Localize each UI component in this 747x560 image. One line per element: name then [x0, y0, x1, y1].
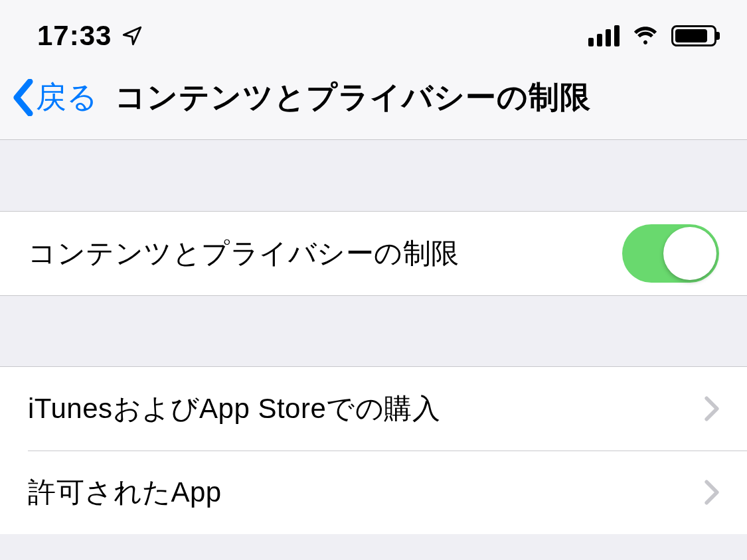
toggle-knob	[663, 227, 716, 280]
back-button[interactable]: 戻る	[12, 77, 98, 118]
status-time: 17:33	[37, 20, 112, 52]
cellular-icon	[588, 25, 620, 46]
status-left: 17:33	[37, 20, 143, 52]
battery-icon	[671, 25, 716, 46]
row-label: iTunesおよびApp Storeでの購入	[28, 390, 440, 427]
allowed-apps-row[interactable]: 許可されたApp	[0, 451, 747, 534]
row-label: 許可されたApp	[28, 474, 222, 511]
section-spacer	[0, 295, 747, 367]
toggle-label: コンテンツとプライバシーの制限	[28, 235, 459, 272]
page-title: コンテンツとプライバシーの制限	[115, 77, 591, 118]
section-spacer	[0, 140, 747, 212]
itunes-appstore-row[interactable]: iTunesおよびApp Storeでの購入	[0, 367, 747, 451]
toggle-section: コンテンツとプライバシーの制限	[0, 212, 747, 295]
status-right	[588, 24, 716, 48]
chevron-right-icon	[705, 396, 719, 421]
wifi-icon	[631, 24, 659, 48]
chevron-right-icon	[705, 480, 719, 505]
chevron-left-icon	[12, 79, 35, 116]
status-bar: 17:33	[0, 0, 747, 64]
content-privacy-toggle[interactable]	[622, 224, 719, 283]
location-icon	[121, 25, 143, 47]
content-privacy-toggle-row: コンテンツとプライバシーの制限	[0, 212, 747, 295]
nav-header: 戻る コンテンツとプライバシーの制限	[0, 64, 747, 140]
links-section: iTunesおよびApp Storeでの購入 許可されたApp	[0, 367, 747, 534]
back-label: 戻る	[36, 77, 98, 118]
